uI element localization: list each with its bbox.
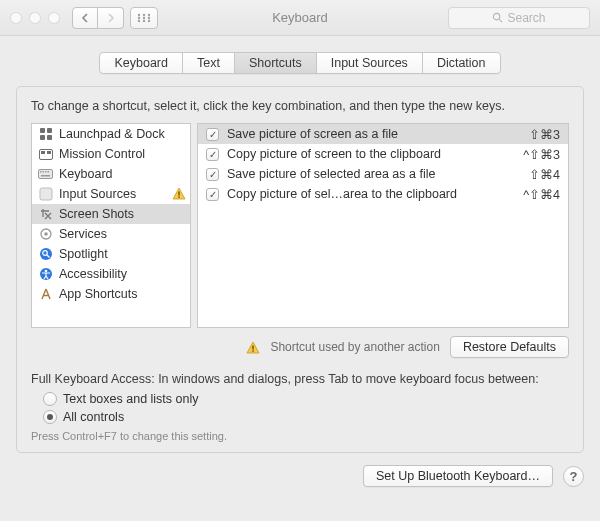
tab-shortcuts[interactable]: Shortcuts	[235, 53, 317, 73]
back-button[interactable]	[72, 7, 98, 29]
svg-rect-26	[178, 191, 179, 195]
shortcut-label: Save picture of screen as a file	[227, 127, 521, 141]
tab-dictation[interactable]: Dictation	[423, 53, 500, 73]
svg-point-34	[44, 270, 47, 273]
category-label: App Shortcuts	[59, 287, 138, 301]
svg-rect-27	[178, 196, 179, 197]
category-keyboard[interactable]: Keyboard	[32, 164, 190, 184]
app-shortcuts-icon	[38, 287, 53, 302]
category-services[interactable]: Services	[32, 224, 190, 244]
full-keyboard-access-options: Text boxes and lists only All controls	[43, 392, 569, 424]
shortcut-row[interactable]: ✓ Copy picture of sel…area to the clipbo…	[198, 184, 568, 204]
tabs-segmented: Keyboard Text Shortcuts Input Sources Di…	[99, 52, 500, 74]
svg-rect-23	[41, 175, 50, 177]
svg-rect-11	[40, 128, 45, 133]
full-keyboard-access-label: Full Keyboard Access: In windows and dia…	[31, 372, 569, 386]
radio-all-controls[interactable]: All controls	[43, 410, 569, 424]
shortcut-checkbox[interactable]: ✓	[206, 148, 219, 161]
shortcut-keys[interactable]: ^⇧⌘3	[523, 147, 560, 162]
tab-input-sources[interactable]: Input Sources	[317, 53, 423, 73]
svg-point-3	[138, 16, 140, 18]
category-label: Mission Control	[59, 147, 145, 161]
svg-point-4	[143, 16, 145, 18]
category-mission-control[interactable]: Mission Control	[32, 144, 190, 164]
svg-rect-17	[47, 151, 51, 154]
svg-rect-18	[39, 170, 53, 179]
services-icon	[38, 227, 53, 242]
minimize-window-button[interactable]	[29, 12, 41, 24]
shortcut-list[interactable]: ✓ Save picture of screen as a file ⇧⌘3 ✓…	[197, 123, 569, 328]
svg-rect-12	[47, 128, 52, 133]
screenshot-icon	[38, 207, 53, 222]
restore-defaults-button[interactable]: Restore Defaults	[450, 336, 569, 358]
tab-keyboard[interactable]: Keyboard	[100, 53, 183, 73]
shortcut-label: Save picture of selected area as a file	[227, 167, 521, 181]
category-list[interactable]: Launchpad & Dock Mission Control Keyboar…	[31, 123, 191, 328]
svg-rect-36	[253, 345, 254, 349]
radio-dot	[43, 392, 57, 406]
svg-rect-19	[40, 171, 42, 173]
shortcut-checkbox[interactable]: ✓	[206, 188, 219, 201]
shortcut-keys[interactable]: ⇧⌘4	[529, 167, 560, 182]
nav-buttons	[72, 7, 124, 29]
svg-point-7	[143, 19, 145, 21]
shortcut-label: Copy picture of screen to the clipboard	[227, 147, 515, 161]
shortcut-checkbox[interactable]: ✓	[206, 128, 219, 141]
category-input-sources[interactable]: Input Sources	[32, 184, 190, 204]
conflict-note-text: Shortcut used by another action	[270, 340, 439, 354]
shortcut-keys[interactable]: ⇧⌘3	[529, 127, 560, 142]
shortcut-label: Copy picture of sel…area to the clipboar…	[227, 187, 515, 201]
shortcut-checkbox[interactable]: ✓	[206, 168, 219, 181]
shortcut-keys[interactable]: ^⇧⌘4	[523, 187, 560, 202]
svg-rect-21	[45, 171, 47, 173]
launchpad-icon	[38, 127, 53, 142]
svg-point-5	[148, 16, 150, 18]
category-label: Accessibility	[59, 267, 127, 281]
forward-button[interactable]	[98, 7, 124, 29]
input-sources-icon	[38, 187, 53, 202]
shortcut-row[interactable]: ✓ Copy picture of screen to the clipboar…	[198, 144, 568, 164]
category-launchpad-dock[interactable]: Launchpad & Dock	[32, 124, 190, 144]
category-accessibility[interactable]: Accessibility	[32, 264, 190, 284]
shortcuts-panel: To change a shortcut, select it, click t…	[16, 86, 584, 453]
close-window-button[interactable]	[10, 12, 22, 24]
category-label: Keyboard	[59, 167, 113, 181]
help-button[interactable]: ?	[563, 466, 584, 487]
svg-point-0	[138, 13, 140, 15]
svg-rect-20	[43, 171, 45, 173]
search-field[interactable]: Search	[448, 7, 590, 29]
traffic-lights	[10, 12, 60, 24]
shortcut-row[interactable]: ✓ Save picture of selected area as a fil…	[198, 164, 568, 184]
tabs-row: Keyboard Text Shortcuts Input Sources Di…	[0, 52, 600, 74]
warning-icon	[246, 340, 260, 354]
svg-rect-16	[41, 151, 45, 154]
category-screen-shots[interactable]: Screen Shots	[32, 204, 190, 224]
search-placeholder: Search	[507, 11, 545, 25]
svg-point-30	[40, 248, 52, 260]
svg-point-2	[148, 13, 150, 15]
tab-text[interactable]: Text	[183, 53, 235, 73]
svg-point-9	[494, 13, 500, 19]
preferences-window: Keyboard Search Keyboard Text Shortcuts …	[0, 0, 600, 521]
svg-rect-24	[40, 188, 52, 200]
radio-label: Text boxes and lists only	[63, 392, 199, 406]
mission-control-icon	[38, 147, 53, 162]
shortcut-row[interactable]: ✓ Save picture of screen as a file ⇧⌘3	[198, 124, 568, 144]
warning-icon	[172, 186, 186, 200]
svg-rect-13	[40, 135, 45, 140]
titlebar: Keyboard Search	[0, 0, 600, 36]
category-label: Screen Shots	[59, 207, 134, 221]
spotlight-icon	[38, 247, 53, 262]
svg-rect-14	[47, 135, 52, 140]
below-list-row: Shortcut used by another action Restore …	[31, 336, 569, 358]
category-app-shortcuts[interactable]: App Shortcuts	[32, 284, 190, 304]
setup-bluetooth-keyboard-button[interactable]: Set Up Bluetooth Keyboard…	[363, 465, 553, 487]
category-spotlight[interactable]: Spotlight	[32, 244, 190, 264]
svg-point-6	[138, 19, 140, 21]
search-icon	[492, 12, 503, 23]
radio-label: All controls	[63, 410, 124, 424]
show-all-button[interactable]	[130, 7, 158, 29]
radio-text-boxes-only[interactable]: Text boxes and lists only	[43, 392, 569, 406]
keyboard-access-hint: Press Control+F7 to change this setting.	[31, 430, 569, 442]
zoom-window-button[interactable]	[48, 12, 60, 24]
